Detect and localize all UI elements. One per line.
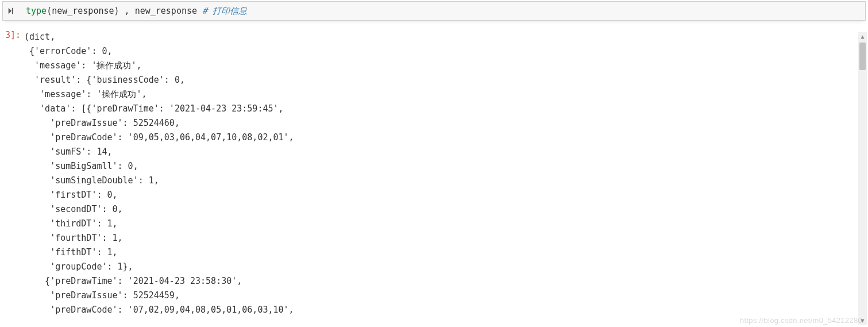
code-input-cell: type(new_response) , new_response # 打印信息	[2, 1, 866, 21]
run-to-icon	[7, 7, 16, 15]
scrollbar-thumb[interactable]	[859, 43, 866, 70]
vertical-scrollbar[interactable]: ▲ ▼	[858, 32, 867, 325]
svg-rect-0	[12, 8, 13, 14]
scroll-up-button[interactable]: ▲	[858, 32, 867, 41]
code-input-area[interactable]: type(new_response) , new_response # 打印信息	[20, 2, 865, 20]
code-token-plain: (new_response) , new_response	[47, 6, 202, 16]
run-button[interactable]	[3, 2, 20, 20]
output-text: (dict, {'errorCode': 0, 'message': '操作成功…	[24, 30, 868, 317]
watermark-text: https://blog.csdn.net/m0_54212280	[740, 316, 862, 325]
output-prompt: 3]:	[0, 30, 24, 317]
output-cell: 3]: (dict, {'errorCode': 0, 'message': '…	[0, 30, 868, 317]
code-token-comment: # 打印信息	[202, 6, 247, 17]
code-token-builtin: type	[26, 6, 47, 16]
